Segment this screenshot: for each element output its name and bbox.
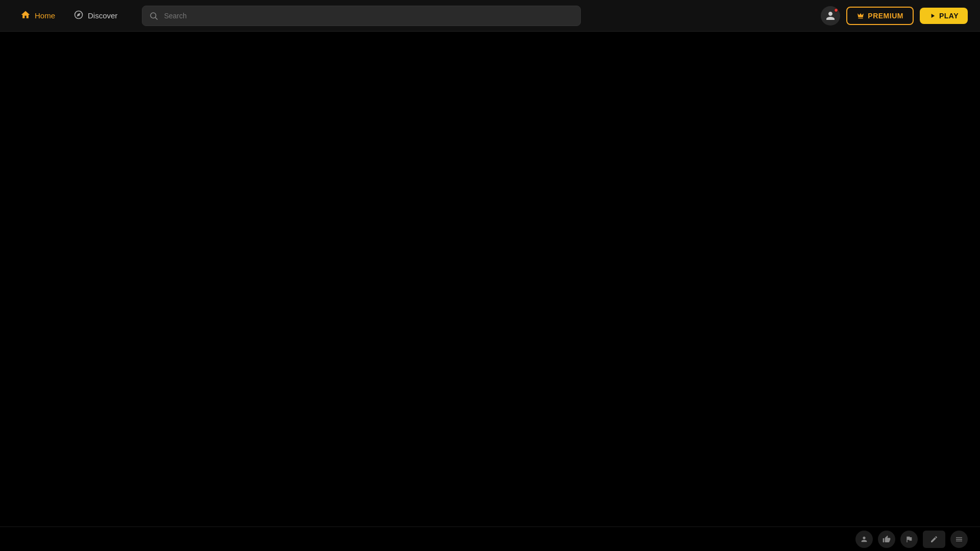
nav-left: Home Discover [12,6,126,26]
search-container [142,6,581,26]
thumbs-icon [883,535,891,543]
footer-person-button[interactable] [855,531,873,548]
footer-menu-button[interactable] [950,531,968,548]
play-button-label: PLAY [939,12,959,20]
premium-icon [856,12,865,20]
nav-home-label: Home [35,11,55,20]
home-icon [20,10,31,21]
notification-dot [834,8,838,12]
footer-thumbs-button[interactable] [878,531,895,548]
nav-discover-label: Discover [88,11,117,20]
footer-flag-button[interactable] [900,531,918,548]
person-icon [860,535,868,543]
nav-right: PREMIUM PLAY [821,6,968,26]
user-avatar-button[interactable] [821,6,840,26]
menu-icon [955,535,963,543]
main-content [0,32,980,551]
svg-marker-1 [77,13,80,16]
premium-button-label: PREMIUM [868,12,903,20]
flag-icon [905,535,913,543]
navbar: Home Discover [0,0,980,32]
text-icon [930,535,938,543]
user-icon [825,11,836,21]
search-input-wrapper [142,6,581,26]
play-icon [929,12,936,19]
footer-text-button[interactable] [923,531,945,548]
premium-button[interactable]: PREMIUM [846,7,914,25]
footer [0,527,980,551]
nav-item-home[interactable]: Home [12,6,63,26]
play-button[interactable]: PLAY [920,8,968,24]
discover-icon [74,10,84,21]
search-input[interactable] [142,6,581,26]
nav-item-discover[interactable]: Discover [65,6,126,26]
